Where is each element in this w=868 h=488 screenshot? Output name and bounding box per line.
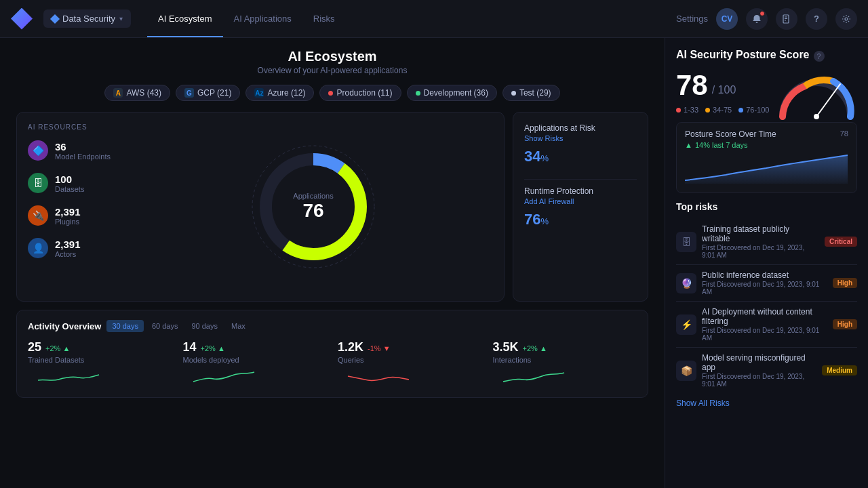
risk-date-risk-1: First Discovered on Dec 19, 2023, 9:01 A… [702,244,819,259]
risk-info-risk-4: Model serving misconfigured app First Di… [702,353,816,388]
resource-label-actors: Actors [55,250,81,258]
divider [524,179,637,180]
tab-ai-applications[interactable]: AI Applications [223,1,302,37]
risk-date-risk-3: First Discovered on Dec 19, 2023, 9:01 A… [702,327,827,342]
resource-item-actors: 👤 2,391 Actors [28,238,123,258]
resources-title: AI RESOURCES [28,123,123,131]
filter-pill-development[interactable]: Development (36) [407,85,497,101]
time-btn-30-days[interactable]: 30 days [106,320,144,332]
risk-name-risk-4: Model serving misconfigured app [702,353,816,372]
score-denom: / 100 [712,84,736,96]
metric-runtime-value: 76 [524,211,540,228]
risk-icon-risk-1: 🗄 [676,232,696,252]
show-all-risks-link[interactable]: Show All Risks [676,399,730,408]
resources-list: AI RESOURCES 🔷 36 Model Endpoints 🗄 100 … [28,123,123,290]
user-avatar-button[interactable]: CV [716,8,738,30]
risk-item-risk-2: 🔮 Public inference dataset First Discove… [676,265,857,302]
sidebar: AI Security Posture Score ? 78 / 100 1-3… [665,38,868,488]
resource-label-datasets: Datasets [55,185,84,193]
docs-button[interactable] [776,8,797,30]
topnav: Data Security ▾ AI Ecosystem AI Applicat… [0,0,868,38]
main-panels: AI RESOURCES 🔷 36 Model Endpoints 🗄 100 … [16,112,648,302]
time-btn-90-days[interactable]: 90 days [186,320,223,332]
help-button[interactable]: ? [806,8,827,30]
resource-icon-actors: 👤 [28,238,48,258]
resource-icon-plugins: 🔌 [28,205,48,226]
stat-0: 25 +2% ▲ Trained Datasets [28,340,172,388]
page-subtitle: Overview of your AI-powered applications [16,66,648,75]
resource-count-model-endpoints: 36 [55,141,111,152]
stat-value-3: 3.5K [493,340,519,354]
metric-runtime-unit: % [540,216,549,226]
resource-count-plugins: 2,391 [55,206,81,218]
score-legend: 1-3334-7576-100 [676,106,769,114]
posture-chart-change: 14% last 7 days [695,141,748,149]
time-btn-60-days[interactable]: 60 days [146,320,184,332]
donut-label: Applications [293,192,333,200]
filter-pill-aws[interactable]: AAWS (43) [104,85,170,101]
pill-logo-aws: A [113,88,123,98]
risk-badge-risk-4: Medium [822,365,857,375]
main-layout: AI Ecosystem Overview of your AI-powered… [0,38,868,488]
settings-button[interactable]: Settings [676,14,708,24]
notifications-button[interactable] [746,8,768,30]
risk-info-risk-3: AI Deployment without content filtering … [702,307,827,342]
stat-value-2: 1.2K [338,340,363,354]
risk-date-risk-2: First Discovered on Dec 19, 2023, 9:01 A… [702,281,827,296]
chevron-icon: ▾ [119,15,123,22]
risk-badge-risk-3: High [833,319,857,329]
book-icon [782,14,791,24]
posture-help-icon[interactable]: ? [814,51,825,62]
risk-badge-risk-2: High [833,278,857,288]
pill-dot-production [328,91,333,96]
mini-chart-1 [183,367,264,386]
filter-pill-test[interactable]: Test (29) [502,85,560,101]
score-value: 78 [676,69,708,102]
score-left: 78 / 100 1-3334-7576-100 [676,69,769,122]
datasecurity-label: Data Security [62,14,115,24]
metric-at-risk-value: 34 [524,148,540,165]
stat-value-1: 14 [183,340,197,354]
risk-name-risk-1: Training dataset publicly writable [702,224,819,243]
risk-name-risk-3: AI Deployment without content filtering [702,307,827,326]
main-content: AI Ecosystem Overview of your AI-powered… [0,38,665,488]
svg-point-4 [845,18,848,20]
risk-name-risk-2: Public inference dataset [702,270,827,280]
stat-label-3: Interactions [493,356,637,364]
stat-2: 1.2K -1% ▼ Queries [338,340,482,388]
risks-title: Top risks [676,201,857,212]
gauge-area: 78 / 100 1-3334-7576-100 [676,69,857,122]
stat-1: 14 +2% ▲ Models deployed [183,340,328,388]
mini-chart-0 [28,367,109,386]
score-row: 78 / 100 [676,69,769,102]
stat-label-0: Trained Datasets [28,356,172,364]
resource-count-datasets: 100 [55,174,84,185]
metric-at-risk-sub[interactable]: Show Risks [524,134,637,142]
posture-area-chart [685,153,848,184]
filter-pill-azure[interactable]: AzAzure (12) [245,85,314,101]
metric-runtime-sub[interactable]: Add AI Firewall [524,197,637,205]
resource-count-actors: 2,391 [55,239,81,250]
risk-date-risk-4: First Discovered on Dec 19, 2023, 9:01 A… [702,373,816,388]
stat-value-0: 25 [28,340,41,354]
settings-icon-button[interactable] [835,8,857,30]
filter-pills: AAWS (43)GGCP (21)AzAzure (12)Production… [16,85,648,101]
risk-icon-risk-2: 🔮 [676,273,696,293]
metric-at-risk-label: Applications at Risk [524,123,637,133]
metric-runtime: Runtime Protection Add AI Firewall 76% [524,186,637,228]
tab-ai-ecosystem[interactable]: AI Ecosystem [147,1,222,37]
nav-right: Settings CV ? [676,8,857,30]
time-btn-Max[interactable]: Max [226,320,251,332]
activity-stats: 25 +2% ▲ Trained Datasets 14 +2% ▲ Model… [28,340,637,388]
app-logo [11,8,33,30]
donut-area: Applications 76 [134,123,493,290]
datasecurity-dropdown[interactable]: Data Security ▾ [43,9,131,28]
metric-at-risk: Applications at Risk Show Risks 34% [524,123,637,165]
risk-icon-risk-4: 📦 [676,361,696,381]
gauge-chart [776,69,857,120]
filter-pill-gcp[interactable]: GGCP (21) [176,85,240,101]
tab-risks[interactable]: Risks [302,1,346,37]
pill-dot-test [511,91,516,96]
filter-pill-production[interactable]: Production (11) [319,85,401,101]
ai-resources-panel: AI RESOURCES 🔷 36 Model Endpoints 🗄 100 … [16,112,505,302]
